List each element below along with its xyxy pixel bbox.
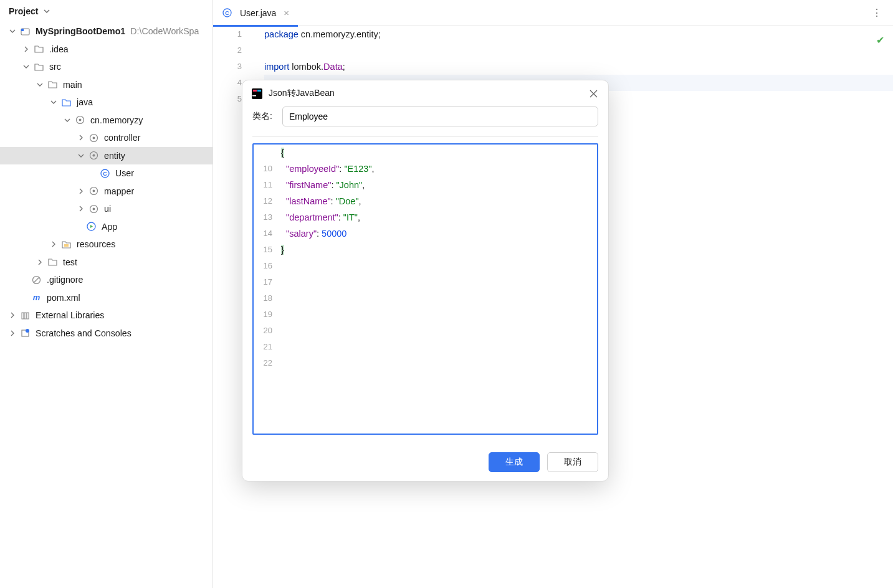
class-name-label: 类名: xyxy=(252,111,272,122)
chevron-right-icon xyxy=(49,239,59,249)
json-brace: } xyxy=(281,245,284,255)
module-icon xyxy=(20,26,31,37)
gitignore-icon xyxy=(31,275,42,285)
folder-icon xyxy=(34,62,44,72)
dialog-header: Json转JavaBean xyxy=(242,80,608,107)
generate-button[interactable]: 生成 xyxy=(489,452,540,472)
close-icon[interactable] xyxy=(588,88,598,98)
run-class-icon xyxy=(86,221,97,232)
tree-label: Scratches and Consoles xyxy=(36,328,131,338)
project-panel-title: Project xyxy=(9,6,38,16)
line-number: 4 xyxy=(213,75,242,91)
tree-label: controller xyxy=(104,133,140,143)
tree-item-user[interactable]: C User xyxy=(0,164,213,183)
resources-folder-icon xyxy=(61,239,72,250)
tree-label: entity xyxy=(104,151,125,161)
line-number: 13 xyxy=(254,209,272,225)
svg-point-5 xyxy=(93,136,95,139)
package-icon xyxy=(75,115,85,125)
svg-text:C: C xyxy=(225,10,229,16)
svg-rect-20 xyxy=(27,313,29,319)
line-number: 2 xyxy=(213,42,242,59)
line-number: 20 xyxy=(254,323,272,339)
chevron-right-icon xyxy=(35,257,45,267)
line-number: 17 xyxy=(254,274,272,290)
tree-label: .idea xyxy=(49,44,69,54)
svg-rect-26 xyxy=(252,95,256,97)
tree-item-package[interactable]: cn.memoryzy xyxy=(0,111,213,130)
library-icon xyxy=(20,310,31,321)
project-name: MySpringBootDemo1 xyxy=(36,26,125,36)
tree-label: src xyxy=(49,62,61,72)
tree-item-idea[interactable]: .idea xyxy=(0,40,213,59)
project-tree[interactable]: MySpringBootDemo1 D:\CodeWorkSpa .idea s… xyxy=(0,22,213,342)
project-sidebar: Project MySpringBootDemo1 D:\CodeWorkSpa… xyxy=(0,0,213,588)
tree-label: External Libraries xyxy=(36,310,104,320)
chevron-right-icon xyxy=(21,44,31,54)
tree-item-gitignore[interactable]: .gitignore xyxy=(0,271,213,289)
folder-icon xyxy=(47,79,58,90)
json-string: "E123" xyxy=(344,164,371,174)
package-icon xyxy=(88,204,99,214)
checkmark-icon[interactable]: ✔ xyxy=(876,32,884,49)
tree-root[interactable]: MySpringBootDemo1 D:\CodeWorkSpa xyxy=(0,22,213,40)
svg-point-11 xyxy=(93,190,95,192)
tree-label: User xyxy=(115,168,134,178)
code-keyword: package xyxy=(264,29,301,39)
tab-user-java[interactable]: C User.java × xyxy=(213,0,298,26)
json-editor[interactable]: 10 11 12 13 14 15 16 17 18 19 20 21 22 {… xyxy=(252,143,598,435)
json-key: "firstName" xyxy=(286,180,331,190)
chevron-right-icon xyxy=(7,328,17,338)
maven-icon: m xyxy=(31,292,42,303)
tree-label: App xyxy=(102,222,117,232)
tree-item-entity[interactable]: entity xyxy=(0,147,213,165)
scratches-icon xyxy=(20,328,31,338)
folder-icon xyxy=(34,44,44,54)
more-icon[interactable]: ⋮ xyxy=(872,7,882,19)
tree-item-java[interactable]: java xyxy=(0,93,213,111)
chevron-down-icon xyxy=(49,97,59,107)
json-brace: { xyxy=(281,148,284,158)
chevron-down-icon xyxy=(76,151,86,161)
project-panel-header[interactable]: Project xyxy=(0,0,213,22)
cancel-button[interactable]: 取消 xyxy=(547,452,598,472)
tree-item-resources[interactable]: resources xyxy=(0,235,213,254)
json-to-javabean-dialog: Json转JavaBean 类名: 10 11 12 13 14 15 16 1… xyxy=(242,80,609,481)
json-content[interactable]: { "employeeId": "E123", "firstName": "Jo… xyxy=(277,145,597,434)
tab-actions: ⋮ xyxy=(872,7,893,19)
editor-tabs: C User.java × ⋮ xyxy=(213,0,893,26)
tree-item-mapper[interactable]: mapper xyxy=(0,183,213,201)
dialog-title: Json转JavaBean xyxy=(269,88,582,99)
chevron-down-icon xyxy=(7,26,17,36)
json-key: "salary" xyxy=(286,229,317,239)
tree-item-main[interactable]: main xyxy=(0,76,213,94)
line-number: 14 xyxy=(254,225,272,242)
class-name-input[interactable] xyxy=(282,107,598,126)
chevron-right-icon xyxy=(76,204,86,214)
svg-rect-18 xyxy=(22,313,24,319)
json-number: 50000 xyxy=(322,229,346,239)
svg-point-22 xyxy=(26,329,29,333)
line-number: 21 xyxy=(254,339,272,355)
line-number: 15 xyxy=(254,242,272,258)
chevron-right-icon xyxy=(76,186,86,196)
tree-item-external-libraries[interactable]: External Libraries xyxy=(0,306,213,325)
close-icon[interactable]: × xyxy=(284,7,289,18)
line-number: 22 xyxy=(254,355,272,371)
svg-rect-19 xyxy=(24,313,26,319)
tree-item-src[interactable]: src xyxy=(0,58,213,76)
tree-label: mapper xyxy=(104,186,134,196)
class-name-row: 类名: xyxy=(252,107,598,137)
svg-point-13 xyxy=(93,207,95,210)
chevron-down-icon xyxy=(42,6,52,16)
tree-item-ui[interactable]: ui xyxy=(0,200,213,218)
dialog-body: 类名: 10 11 12 13 14 15 16 17 18 19 20 21 … xyxy=(242,107,608,443)
tree-label: ui xyxy=(104,204,111,214)
tree-item-pom[interactable]: m pom.xml xyxy=(0,289,213,307)
dialog-footer: 生成 取消 xyxy=(242,443,608,481)
tree-item-app[interactable]: App xyxy=(0,218,213,236)
tree-item-scratches[interactable]: Scratches and Consoles xyxy=(0,325,213,343)
code-text: lombok. xyxy=(292,62,323,72)
tree-item-controller[interactable]: controller xyxy=(0,129,213,147)
tree-item-test[interactable]: test xyxy=(0,254,213,272)
